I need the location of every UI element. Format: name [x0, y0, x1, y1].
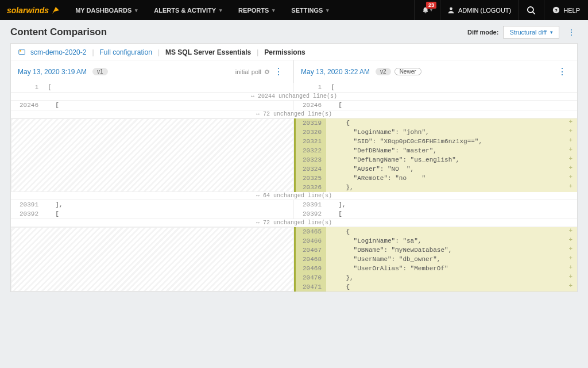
- left-header: May 13, 2020 3:19 AM v1 initial poll ⋮: [11, 60, 293, 83]
- plus-icon: +: [568, 264, 572, 271]
- notification-badge: 23: [426, 2, 436, 9]
- svg-point-0: [450, 7, 452, 10]
- added-line: 20321 "SID": "X8qp0pC0cE6FHE1m6nz1xg==",…: [294, 137, 577, 146]
- added-line: 20467 "DBName": "myNewDatabase",+: [294, 246, 577, 255]
- added-line: 20325 "ARemote": "no "+: [294, 174, 577, 183]
- crumb-config[interactable]: Full configuration: [98, 48, 154, 56]
- plus-icon: +: [568, 273, 572, 280]
- added-line: 20319 {+: [294, 118, 577, 128]
- plus-icon: +: [568, 227, 572, 234]
- added-line: 20320 "LoginName": "john",+: [294, 128, 577, 137]
- plus-icon: +: [568, 282, 572, 289]
- nav-items: MY DASHBOARDS▾ ALERTS & ACTIVITY▾ REPORT…: [67, 0, 337, 20]
- refresh-icon: [264, 68, 270, 75]
- svg-point-6: [20, 50, 21, 52]
- page-header: Content Comparison Diff mode: Structural…: [0, 20, 588, 43]
- added-line: 20468 "UserName": "db_owner",+: [294, 255, 577, 264]
- plus-icon: +: [568, 128, 572, 135]
- page-title: Content Comparison: [10, 26, 467, 38]
- left-date[interactable]: May 13, 2020 3:19 AM: [18, 68, 87, 76]
- added-line: 20324 "AUser": "NO ",+: [294, 164, 577, 174]
- brand-icon: [51, 6, 60, 15]
- svg-point-1: [528, 6, 533, 12]
- diff-line: 20392 [ 20392 [: [11, 209, 577, 218]
- added-line: 20323 "DefLangName": "us_english",+: [294, 155, 577, 164]
- chevron-down-icon: ▾: [550, 29, 553, 35]
- plus-icon: +: [568, 236, 572, 243]
- nav-settings[interactable]: SETTINGS▾: [283, 0, 337, 20]
- right-header: May 13, 2020 3:22 AM v2 Newer ⋮: [294, 60, 577, 83]
- top-nav: solarwinds MY DASHBOARDS▾ ALERTS & ACTIV…: [0, 0, 588, 20]
- diff-line: 20391 ], 20391 ],: [11, 200, 577, 209]
- left-version-pill: v1: [92, 68, 108, 75]
- user-menu[interactable]: ADMIN (LOGOUT): [440, 0, 518, 20]
- chevron-down-icon: ▾: [272, 7, 275, 13]
- crumb-essentials: MS SQL Server Essentials: [163, 48, 253, 56]
- empty-hatch: [11, 118, 294, 192]
- diff-line: 20246 [ 20246 [: [11, 101, 577, 110]
- plus-icon: +: [568, 183, 572, 190]
- plus-icon: +: [568, 146, 572, 153]
- diff-headers: May 13, 2020 3:19 AM v1 initial poll ⋮ M…: [11, 60, 577, 83]
- plus-icon: +: [568, 255, 572, 262]
- plus-icon: +: [568, 164, 572, 171]
- plus-icon: +: [568, 137, 572, 144]
- unchanged-separator[interactable]: ↔ 20244 unchanged line(s): [11, 92, 577, 101]
- empty-hatch: [11, 227, 294, 292]
- chevron-down-icon: ▾: [326, 7, 329, 13]
- added-line: 20469 "UserOrAlias": "MemberOf"+: [294, 264, 577, 273]
- user-label: ADMIN (LOGOUT): [458, 7, 511, 14]
- user-icon: [447, 6, 455, 14]
- right-date[interactable]: May 13, 2020 3:22 AM: [301, 68, 370, 76]
- breadcrumb: scm-demo-2020-2 | Full configuration | M…: [11, 44, 577, 60]
- svg-text:?: ?: [555, 8, 558, 13]
- diff-mode-select[interactable]: Structural diff ▾: [503, 26, 559, 39]
- crumb-node[interactable]: scm-demo-2020-2: [28, 48, 88, 56]
- nav-dashboards[interactable]: MY DASHBOARDS▾: [67, 0, 146, 20]
- diff-body: 1[ 1[ ↔ 20244 unchanged line(s) 20246 [ …: [11, 83, 577, 292]
- left-menu-button[interactable]: ⋮: [270, 66, 287, 77]
- brand-logo[interactable]: solarwinds: [0, 6, 67, 15]
- unchanged-separator[interactable]: ↔ 72 unchanged line(s): [11, 218, 577, 227]
- added-line: 20322 "DefDBName": "master",+: [294, 146, 577, 155]
- content-box: scm-demo-2020-2 | Full configuration | M…: [10, 43, 578, 292]
- added-block: 20319 {+20320 "LoginName": "john",+20321…: [11, 118, 577, 192]
- added-line: 20471 {+: [294, 282, 577, 292]
- right-menu-button[interactable]: ⋮: [554, 66, 570, 77]
- search-icon: [526, 5, 536, 16]
- nav-alerts[interactable]: ALERTS & ACTIVITY▾: [146, 0, 230, 20]
- diff-line: 1[ 1[: [11, 83, 577, 92]
- added-line: 20465 {+: [294, 227, 577, 236]
- plus-icon: +: [568, 246, 572, 252]
- help-icon: ?: [552, 6, 560, 14]
- page-menu-button[interactable]: ⋮: [565, 28, 578, 37]
- svg-line-2: [533, 12, 535, 14]
- newer-pill: Newer: [394, 68, 421, 75]
- initial-poll-label: initial poll: [235, 68, 270, 75]
- added-block: 20465 {+20466 "LoginName": "sa",+20467 "…: [11, 227, 577, 292]
- added-line: 20326 },+: [294, 183, 577, 192]
- unchanged-separator[interactable]: ↔ 72 unchanged line(s): [11, 110, 577, 118]
- crumb-permissions: Permissions: [262, 48, 307, 56]
- plus-icon: +: [568, 118, 572, 125]
- plus-icon: +: [568, 155, 572, 162]
- plus-icon: +: [568, 174, 572, 181]
- added-line: 20470 },+: [294, 273, 577, 282]
- added-line: 20466 "LoginName": "sa",+: [294, 236, 577, 246]
- diff-mode-label: Diff mode:: [467, 29, 498, 36]
- unchanged-separator[interactable]: ↔ 64 unchanged line(s): [11, 192, 577, 200]
- chevron-down-icon: ▾: [219, 7, 222, 13]
- brand-text: solarwinds: [7, 6, 49, 15]
- notifications-button[interactable]: 23 ▾: [414, 0, 440, 20]
- right-version-pill: v2: [376, 68, 391, 75]
- help-button[interactable]: ? HELP: [544, 0, 588, 20]
- nav-right: 23 ▾ ADMIN (LOGOUT) ? HELP: [414, 0, 588, 20]
- search-button[interactable]: [518, 0, 544, 20]
- chevron-down-icon: ▾: [135, 7, 138, 13]
- help-label: HELP: [563, 7, 580, 14]
- node-icon: [18, 48, 26, 56]
- nav-reports[interactable]: REPORTS▾: [230, 0, 283, 20]
